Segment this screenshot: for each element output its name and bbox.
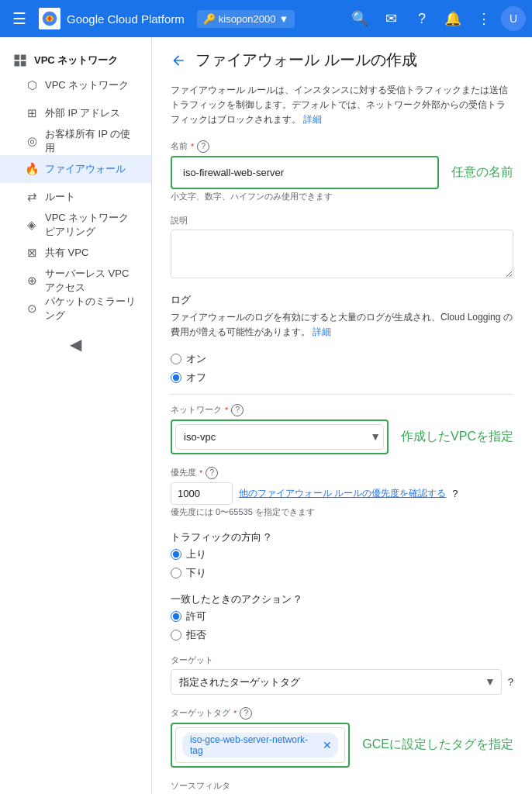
owned-ip-icon: ◎ <box>25 134 39 148</box>
name-annotation: 任意の名前 <box>451 164 513 181</box>
source-filter-label: ソースフィルタ <box>171 780 513 792</box>
sidebar-item-serverless-vpc[interactable]: ⊕ サーバーレス VPC アクセス <box>0 267 151 295</box>
action-radio-group: 許可 拒否 <box>171 609 513 642</box>
traffic-down-radio[interactable] <box>171 568 181 578</box>
sidebar-item-firewall[interactable]: 🔥 ファイアウォール <box>0 155 151 183</box>
desc-label: 説明 <box>171 215 513 226</box>
target-field: ターゲット 指定されたターゲットタグ ▼ ? <box>171 654 513 695</box>
network-field: ネットワーク * ? iso-vpc ▼ 作成したVPCを指定 <box>171 404 513 454</box>
target-select-wrapper: 指定されたターゲットタグ ▼ <box>171 669 502 695</box>
sidebar-item-vpc-network[interactable]: ⬡ VPC ネットワーク <box>0 71 151 99</box>
vpc-section-icon <box>12 53 28 68</box>
avatar[interactable]: U <box>501 6 526 31</box>
description-field: 説明 <box>171 215 513 281</box>
collapse-sidebar-icon[interactable]: ◀ <box>12 335 139 354</box>
sidebar-item-shared-vpc[interactable]: ⊠ 共有 VPC <box>0 239 151 267</box>
priority-help-icon[interactable]: ? <box>206 467 218 479</box>
action-deny-option[interactable]: 拒否 <box>171 628 513 642</box>
svg-rect-2 <box>15 61 20 67</box>
priority-link[interactable]: 他のファイアウォール ルールの優先度を確認する <box>239 487 446 500</box>
description-input[interactable] <box>171 230 513 278</box>
product-name: Google Cloud Platform <box>67 12 185 26</box>
sidebar-item-owned-ip[interactable]: ◎ お客様所有 IP の使用 <box>0 127 151 155</box>
mail-icon[interactable]: ✉ <box>377 5 405 33</box>
project-selector[interactable]: 🔑 kisopon2000 ▼ <box>197 10 295 28</box>
back-button[interactable] <box>171 53 186 68</box>
target-tag-input[interactable]: iso-gce-web-server-network-tag ✕ <box>175 727 345 763</box>
log-on-option[interactable]: オン <box>171 352 513 366</box>
target-select[interactable]: 指定されたターゲットタグ <box>171 669 502 695</box>
sidebar-item-routes[interactable]: ⇄ ルート <box>0 183 151 211</box>
help-icon[interactable]: ? <box>408 5 436 33</box>
google-cloud-logo-icon <box>39 8 60 29</box>
log-on-radio[interactable] <box>171 354 181 364</box>
packet-mirroring-icon: ⊙ <box>25 302 39 316</box>
product-logo: Google Cloud Platform <box>39 8 185 29</box>
name-field: 名前 * ? 任意の名前 小文字、数字、ハイフンのみ使用できます <box>171 140 513 202</box>
priority-link-help-icon[interactable]: ? <box>452 488 458 499</box>
log-section-title: ログ <box>171 293 513 307</box>
priority-input[interactable] <box>171 482 233 505</box>
network-label: ネットワーク * ? <box>171 404 513 416</box>
target-tag-label: ターゲットタグ * ? <box>171 707 513 720</box>
action-allow-option[interactable]: 許可 <box>171 609 513 623</box>
shared-vpc-icon: ⊠ <box>25 246 39 260</box>
firewall-icon: 🔥 <box>25 162 39 176</box>
target-tag-annotation: GCEに設定したタグを指定 <box>362 737 513 753</box>
traffic-up-radio[interactable] <box>171 549 181 560</box>
name-field-row: 任意の名前 <box>171 156 513 189</box>
traffic-help-icon[interactable]: ? <box>264 531 270 543</box>
sidebar-section-title: VPC ネットワーク <box>0 43 151 71</box>
target-tag-field: ターゲットタグ * ? iso-gce-web-server-network-t… <box>171 707 513 768</box>
external-ip-icon: ⊞ <box>25 106 39 120</box>
name-help-icon[interactable]: ? <box>197 140 209 153</box>
vpc-peering-icon: ◈ <box>25 218 39 232</box>
project-dropdown-icon: ▼ <box>278 13 288 25</box>
log-off-radio[interactable] <box>171 372 181 383</box>
target-tag-highlighted-box: iso-gce-web-server-network-tag ✕ <box>171 723 350 768</box>
action-deny-radio[interactable] <box>171 630 181 640</box>
action-help-icon[interactable]: ? <box>295 593 300 605</box>
svg-rect-3 <box>21 61 26 67</box>
target-tag-row: iso-gce-web-server-network-tag ✕ GCEに設定し… <box>171 723 513 768</box>
sidebar-item-external-ip[interactable]: ⊞ 外部 IP アドレス <box>0 99 151 127</box>
more-options-icon[interactable]: ⋮ <box>470 5 498 33</box>
svg-rect-1 <box>21 55 26 60</box>
sidebar-item-packet-mirroring[interactable]: ⊙ パケットのミラーリング <box>0 295 151 323</box>
sidebar-item-vpc-peering[interactable]: ◈ VPC ネットワーク ピアリング <box>0 211 151 239</box>
project-name: kisopon2000 <box>219 13 276 25</box>
network-select[interactable]: iso-vpc <box>175 424 384 450</box>
hamburger-menu-icon[interactable]: ☰ <box>6 3 33 34</box>
target-tag-chip: iso-gce-web-server-network-tag ✕ <box>182 733 338 758</box>
target-label: ターゲット <box>171 654 513 666</box>
log-description: ファイアウォールのログを有効にすると大量のログが生成され、Cloud Loggi… <box>171 310 513 340</box>
target-tag-help-icon[interactable]: ? <box>240 707 252 720</box>
priority-field: 優先度 * ? 他のファイアウォール ルールの優先度を確認する ? 優先度には … <box>171 467 513 518</box>
page-header: ファイアウォール ルールの作成 <box>171 50 513 71</box>
source-filter-field: ソースフィルタ IP 範囲 ▼ <box>171 780 513 794</box>
search-icon[interactable]: 🔍 <box>346 5 374 33</box>
log-section: ログ ファイアウォールのログを有効にすると大量のログが生成され、Cloud Lo… <box>171 293 513 385</box>
action-label: 一致したときのアクション ? <box>171 592 513 606</box>
action-allow-radio[interactable] <box>171 611 181 622</box>
traffic-down-option[interactable]: 下り <box>171 566 513 580</box>
name-label: 名前 * ? <box>171 140 513 153</box>
network-highlighted-box: iso-vpc ▼ <box>171 419 389 454</box>
target-tag-remove-icon[interactable]: ✕ <box>323 739 332 751</box>
detail-link[interactable]: 詳細 <box>303 114 322 125</box>
log-off-option[interactable]: オフ <box>171 371 513 385</box>
name-hint: 小文字、数字、ハイフンのみ使用できます <box>171 191 513 202</box>
traffic-up-option[interactable]: 上り <box>171 547 513 561</box>
priority-row: 他のファイアウォール ルールの優先度を確認する ? <box>171 482 513 505</box>
log-detail-link[interactable]: 詳細 <box>313 326 331 337</box>
network-help-icon[interactable]: ? <box>231 404 244 416</box>
log-radio-group: オン オフ <box>171 352 513 385</box>
notification-icon[interactable]: 🔔 <box>439 5 467 33</box>
name-highlighted-box <box>171 156 439 189</box>
name-input[interactable] <box>175 161 434 185</box>
page-description: ファイアウォール ルールは、インスタンスに対する受信トラフィックまたは送信トラフ… <box>171 83 513 128</box>
network-annotation: 作成したVPCを指定 <box>401 429 513 445</box>
action-field: 一致したときのアクション ? 許可 拒否 <box>171 592 513 642</box>
target-help-icon[interactable]: ? <box>508 676 513 688</box>
routes-icon: ⇄ <box>25 190 39 204</box>
